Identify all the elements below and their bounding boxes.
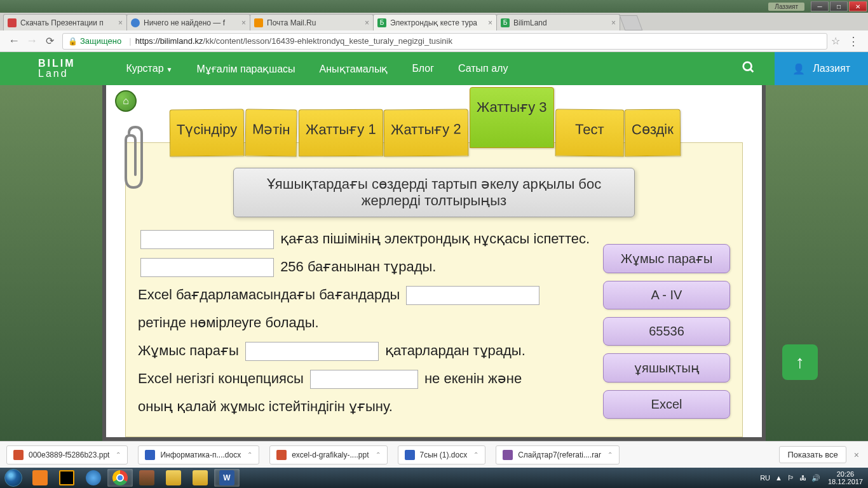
tab-title: Ничего не найдено — f bbox=[144, 18, 239, 27]
tab-title: Электрондық кесте тура bbox=[390, 18, 485, 27]
chevron-down-icon[interactable]: ⌃ bbox=[607, 451, 613, 458]
url-host: https://bilimland.kz bbox=[135, 36, 203, 46]
bookmark-star-icon[interactable]: ☆ bbox=[831, 35, 840, 47]
question-1: қағаз пішімінің электрондық нұсқасы іспе… bbox=[138, 225, 597, 253]
taskbar-explorer[interactable] bbox=[161, 469, 186, 487]
browser-tab[interactable]: Б BilimLand × bbox=[496, 14, 620, 30]
show-all-downloads-button[interactable]: Показать все bbox=[779, 446, 846, 463]
download-item[interactable]: 000e3889-f5286b23.ppt⌃ bbox=[6, 445, 128, 464]
download-item[interactable]: Информатика-п....docx⌃ bbox=[138, 445, 259, 464]
drag-answers-column: Жұмыс парағы A - IV 65536 ұяшықтың Excel bbox=[603, 244, 730, 426]
back-button[interactable]: ← bbox=[5, 32, 23, 50]
site-logo[interactable]: BILIM Land bbox=[38, 58, 76, 79]
taskbar-winrar[interactable] bbox=[134, 469, 159, 487]
lesson-tab-test[interactable]: Тест bbox=[555, 109, 623, 157]
tray-lang[interactable]: RU bbox=[760, 474, 770, 482]
forward-button[interactable]: → bbox=[23, 32, 41, 50]
tab-close-icon[interactable]: × bbox=[488, 18, 492, 27]
scroll-to-top-button[interactable]: ↑ bbox=[782, 344, 818, 380]
svg-point-0 bbox=[743, 62, 752, 70]
window-close-button[interactable]: ✕ bbox=[849, 1, 867, 11]
browser-tab[interactable]: Ничего не найдено — f × bbox=[126, 14, 250, 30]
taskbar-aimp[interactable] bbox=[54, 469, 79, 487]
nav-teacher-page[interactable]: Мұғалім парақшасы bbox=[196, 63, 295, 75]
reload-button[interactable]: ⟳ bbox=[41, 35, 58, 47]
blank-input[interactable] bbox=[310, 370, 418, 389]
blank-input[interactable] bbox=[140, 230, 274, 249]
tab-close-icon[interactable]: × bbox=[365, 18, 369, 27]
instruction-box: Ұяшықтардағы сөздерді тартып әкелу арқыл… bbox=[233, 168, 635, 217]
window-titlebar: Лаззият ─ □ ✕ bbox=[0, 0, 868, 13]
window-maximize-button[interactable]: □ bbox=[830, 1, 848, 11]
user-menu[interactable]: 👤 Лаззият bbox=[775, 52, 868, 85]
tray-action-center-icon[interactable]: 🏳 bbox=[787, 474, 794, 482]
favicon-icon: Б bbox=[377, 18, 386, 27]
browser-menu-icon[interactable]: ⋮ bbox=[844, 34, 863, 48]
taskbar-ie[interactable] bbox=[81, 469, 106, 487]
taskbar-word[interactable]: W bbox=[214, 469, 240, 487]
drag-item[interactable]: ұяшықтың bbox=[603, 353, 730, 383]
browser-tabs-bar: Скачать Презентации п × Ничего не найден… bbox=[0, 13, 868, 30]
new-tab-button[interactable] bbox=[620, 15, 643, 30]
tray-show-hidden-icon[interactable]: ▲ bbox=[775, 474, 782, 482]
lesson-tab-exercise-3[interactable]: Жаттығу 3 bbox=[470, 87, 554, 148]
tab-close-icon[interactable]: × bbox=[241, 18, 246, 27]
lesson-tab-text[interactable]: Мәтін bbox=[245, 109, 297, 156]
tab-title: Скачать Презентации п bbox=[20, 18, 116, 27]
browser-tab-active[interactable]: Б Электрондық кесте тура × bbox=[373, 14, 497, 30]
drag-item[interactable]: Жұмыс парағы bbox=[603, 244, 730, 273]
tray-volume-icon[interactable]: 🔊 bbox=[811, 474, 820, 482]
download-item[interactable]: 7сын (1).docx⌃ bbox=[398, 445, 486, 464]
close-downloads-bar[interactable]: × bbox=[851, 450, 862, 460]
nav-courses[interactable]: Курстар▼ bbox=[126, 63, 173, 74]
taskbar-explorer-2[interactable] bbox=[187, 469, 213, 487]
blank-input[interactable] bbox=[140, 258, 274, 277]
taskbar-media-player[interactable] bbox=[27, 469, 53, 487]
url-path: /kk/content/lesson/16439-ehlektrondyq_ke… bbox=[203, 36, 452, 46]
lesson-tab-exercise-1[interactable]: Жаттығу 1 bbox=[298, 109, 383, 157]
blank-input[interactable] bbox=[245, 342, 379, 361]
window-user-label: Лаззият bbox=[768, 3, 804, 11]
nav-blog[interactable]: Блог bbox=[412, 63, 434, 74]
chevron-down-icon[interactable]: ⌃ bbox=[473, 451, 478, 458]
file-ppt-icon bbox=[276, 450, 287, 460]
user-name: Лаззият bbox=[813, 63, 850, 74]
start-button[interactable] bbox=[0, 468, 27, 488]
favicon-icon bbox=[8, 18, 17, 27]
chevron-down-icon[interactable]: ⌃ bbox=[247, 451, 252, 458]
chevron-down-icon[interactable]: ⌃ bbox=[116, 451, 121, 458]
lesson-tab-explanation[interactable]: Түсіндіру bbox=[170, 109, 245, 156]
browser-tab[interactable]: Скачать Презентации п × bbox=[3, 14, 127, 30]
favicon-icon bbox=[254, 18, 263, 27]
nav-reference[interactable]: Анықтамалық bbox=[320, 63, 388, 75]
lesson-tab-dictionary[interactable]: Сөздік bbox=[625, 109, 681, 157]
nav-buy[interactable]: Сатып алу bbox=[458, 63, 508, 74]
chevron-down-icon[interactable]: ⌃ bbox=[376, 451, 381, 458]
tray-network-icon[interactable]: 🖧 bbox=[799, 474, 806, 482]
svg-line-1 bbox=[750, 69, 754, 72]
lesson-tab-exercise-2[interactable]: Жаттығу 2 bbox=[384, 109, 468, 156]
drag-item[interactable]: 65536 bbox=[603, 317, 730, 346]
drag-item[interactable]: Excel bbox=[603, 390, 730, 419]
taskbar: W RU ▲ 🏳 🖧 🔊 20:26 18.12.2017 bbox=[0, 468, 868, 488]
tab-close-icon[interactable]: × bbox=[611, 18, 616, 27]
window-minimize-button[interactable]: ─ bbox=[811, 1, 829, 11]
favicon-icon bbox=[131, 18, 140, 27]
favicon-icon: Б bbox=[501, 18, 510, 27]
drag-item[interactable]: A - IV bbox=[603, 281, 730, 309]
tray-clock[interactable]: 20:26 18.12.2017 bbox=[828, 470, 863, 485]
url-input[interactable]: 🔒 Защищено | https://bilimland.kz/kk/con… bbox=[62, 33, 827, 50]
paperclip-icon bbox=[119, 124, 151, 194]
tab-close-icon[interactable]: × bbox=[118, 18, 123, 27]
question-4: Жұмыс парағы қатарлардан тұрады. bbox=[138, 337, 597, 365]
home-button[interactable]: ⌂ bbox=[115, 90, 137, 112]
download-item[interactable]: Слайдтар7(referati....rar⌃ bbox=[496, 445, 620, 464]
download-item[interactable]: excel-d-grafikaly-....ppt⌃ bbox=[269, 445, 387, 464]
browser-tab[interactable]: Почта Mail.Ru × bbox=[250, 14, 374, 30]
search-icon[interactable] bbox=[742, 60, 756, 78]
arrow-up-icon: ↑ bbox=[796, 352, 804, 372]
file-ppt-icon bbox=[13, 450, 24, 460]
blank-input[interactable] bbox=[406, 286, 539, 305]
downloads-bar: 000e3889-f5286b23.ppt⌃ Информатика-п....… bbox=[0, 441, 868, 468]
taskbar-chrome[interactable] bbox=[107, 469, 133, 487]
